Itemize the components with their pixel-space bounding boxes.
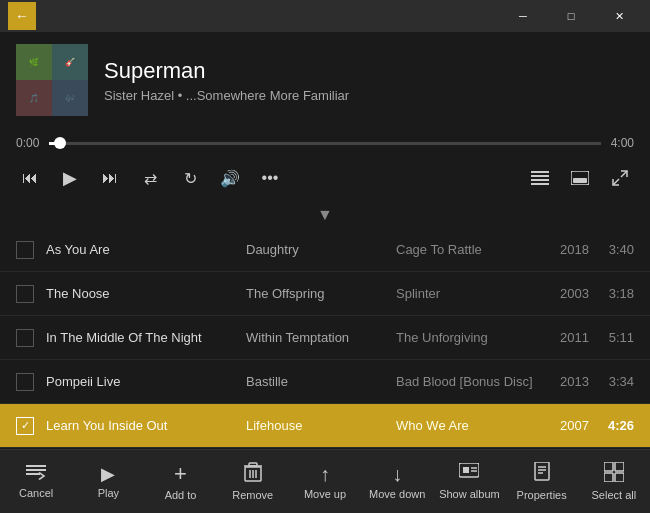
expand-icon [612,170,628,186]
track-row[interactable]: Pompeii Live Bastille Bad Blood [Bonus D… [0,360,650,404]
track-checkbox-3[interactable] [16,329,34,347]
track-album-5: Who We Are [396,418,539,433]
select-all-button[interactable]: Select all [578,450,650,513]
repeat-button[interactable]: ↻ [172,160,208,196]
track-checkbox-4[interactable] [16,373,34,391]
close-button[interactable]: ✕ [596,0,642,32]
track-checkbox-2[interactable] [16,285,34,303]
track-album-2: Splinter [396,286,539,301]
prev-button[interactable]: ⏮ [12,160,48,196]
select-all-label: Select all [592,489,637,501]
track-year-2: 2003 [539,286,589,301]
show-album-label: Show album [439,488,500,500]
song-info: Superman Sister Hazel • ...Somewhere Mor… [104,58,634,103]
track-album-1: Cage To Rattle [396,242,539,257]
play-toolbar-button[interactable]: ▶ Play [72,450,144,513]
mini-player-button[interactable] [562,160,598,196]
track-name-1: As You Are [46,242,246,257]
progress-dot [54,137,66,149]
svg-rect-27 [604,473,613,482]
remove-button[interactable]: Remove [217,450,289,513]
album-art: 🌿 🎸 🎵 🎶 [16,44,88,116]
play-toolbar-label: Play [98,487,119,499]
move-down-label: Move down [369,488,425,500]
svg-rect-28 [615,473,624,482]
expand-button[interactable] [602,160,638,196]
title-bar-controls: ─ □ ✕ [500,0,642,32]
svg-rect-25 [604,462,613,471]
track-row[interactable]: The Noose The Offspring Splinter 2003 3:… [0,272,650,316]
list-view-button[interactable] [522,160,558,196]
track-list[interactable]: ▼ As You Are Daughtry Cage To Rattle 201… [0,202,650,449]
track-artist-1: Daughtry [246,242,396,257]
svg-rect-5 [573,178,587,183]
maximize-button[interactable]: □ [548,0,594,32]
move-up-label: Move up [304,488,346,500]
track-year-4: 2013 [539,374,589,389]
track-artist-4: Bastille [246,374,396,389]
now-playing-section: 🌿 🎸 🎵 🎶 Superman Sister Hazel • ...Somew… [0,32,650,128]
svg-rect-2 [531,179,549,181]
show-album-icon [459,463,479,484]
track-duration-4: 3:34 [589,374,634,389]
track-checkbox-1[interactable] [16,241,34,259]
track-year-5: 2007 [539,418,589,433]
track-album-3: The Unforgiving [396,330,539,345]
move-down-button[interactable]: ↓ Move down [361,450,433,513]
volume-button[interactable]: 🔊 [212,160,248,196]
svg-rect-0 [531,171,549,173]
next-button[interactable]: ⏭ [92,160,128,196]
svg-rect-1 [531,175,549,177]
cancel-label: Cancel [19,487,53,499]
add-label: Add to [165,489,197,501]
svg-line-6 [621,171,627,177]
track-name-5: Learn You Inside Out [46,418,246,433]
right-controls [522,160,638,196]
collapse-icon: ▼ [317,206,333,224]
time-current: 0:00 [16,136,39,150]
more-button[interactable]: ••• [252,160,288,196]
svg-rect-8 [26,465,46,467]
shuffle-button[interactable]: ⇄ [132,160,168,196]
cancel-button[interactable]: Cancel [0,450,72,513]
art-cell-3: 🎵 [16,80,52,116]
art-cell-4: 🎶 [52,80,88,116]
progress-bar[interactable] [49,142,600,145]
cancel-icon [26,464,46,483]
bottom-toolbar: Cancel ▶ Play + Add to Remove ↑ Move up … [0,449,650,513]
progress-row: 0:00 4:00 [16,136,634,150]
remove-icon [244,462,262,485]
remove-label: Remove [232,489,273,501]
track-duration-5: 4:26 [589,418,634,433]
track-name-2: The Noose [46,286,246,301]
svg-line-7 [613,179,619,185]
track-artist-2: The Offspring [246,286,396,301]
track-row[interactable]: As You Are Daughtry Cage To Rattle 2018 … [0,228,650,272]
svg-rect-10 [26,473,40,475]
move-up-button[interactable]: ↑ Move up [289,450,361,513]
play-pause-button[interactable]: ▶ [52,160,88,196]
list-icon [531,171,549,185]
svg-rect-16 [249,463,257,466]
art-cell-1: 🌿 [16,44,52,80]
track-checkbox-5[interactable]: ✓ [16,417,34,435]
back-button[interactable]: ← [8,2,36,30]
track-row-active[interactable]: ✓ Learn You Inside Out Lifehouse Who We … [0,404,650,448]
track-row[interactable]: In The Middle Of The Night Within Tempta… [0,316,650,360]
collapse-row[interactable]: ▼ [0,202,650,228]
minimize-button[interactable]: ─ [500,0,546,32]
progress-area: 0:00 4:00 [0,128,650,154]
track-album-4: Bad Blood [Bonus Disc] [396,374,539,389]
art-cell-2: 🎸 [52,44,88,80]
svg-rect-18 [463,467,469,473]
select-all-icon [604,462,624,485]
time-total: 4:00 [611,136,634,150]
track-artist-5: Lifehouse [246,418,396,433]
properties-button[interactable]: Properties [506,450,578,513]
mini-icon [571,171,589,185]
show-album-button[interactable]: Show album [433,450,505,513]
svg-rect-26 [615,462,624,471]
add-to-button[interactable]: + Add to [144,450,216,513]
svg-rect-21 [535,462,549,480]
properties-label: Properties [517,489,567,501]
